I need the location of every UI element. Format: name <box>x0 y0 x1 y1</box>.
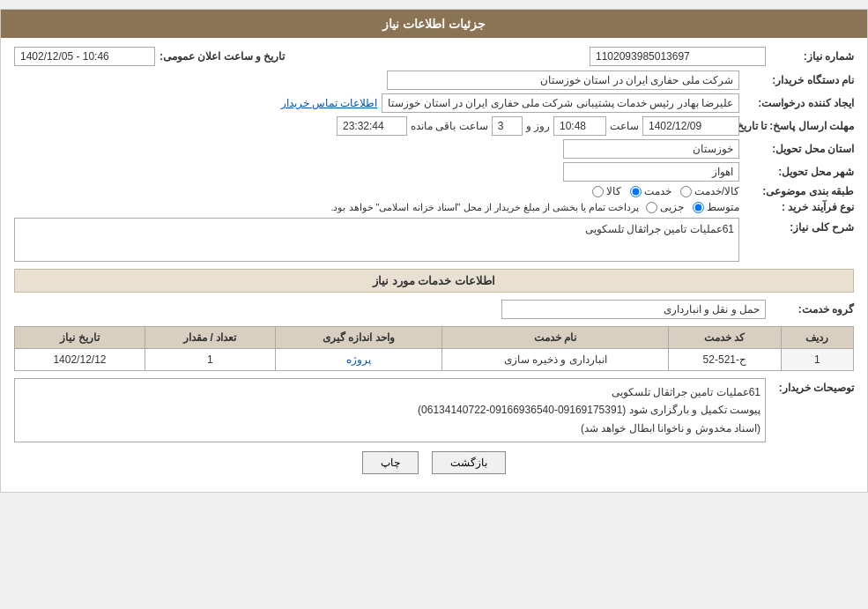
value-rooz: 3 <box>492 116 523 136</box>
radio-khedmat-input[interactable] <box>630 186 642 197</box>
radio-farayand-group: جزیی متوسط <box>646 201 739 213</box>
label-shomare: شماره نیاز: <box>766 50 854 63</box>
label-saat: ساعت <box>610 120 639 132</box>
row-shomare: شماره نیاز: 1102093985013697 تاریخ و ساع… <box>14 47 854 66</box>
tosif-line: پیوست تکمیل و بارگزاری شود (09169175391-… <box>19 401 760 419</box>
farayand-note: پرداخت تمام یا بخشی از مبلغ خریدار از مح… <box>330 202 639 213</box>
row-sharh-koli: شرح کلی نیاز: 61عملیات تامین جراثقال تلس… <box>14 218 854 262</box>
value-ostan: خوزستان <box>563 139 739 159</box>
value-shahr: اهواز <box>563 162 739 182</box>
label-farayand: نوع فرآیند خرید : <box>739 201 854 213</box>
tosif-line: (اسناد مخدوش و ناخوانا ابطال خواهد شد) <box>19 420 760 437</box>
label-grohe-khedmat: گروه خدمت: <box>766 303 854 316</box>
radio-khedmat-label: خدمت <box>644 185 671 197</box>
row-mohlat: مهلت ارسال پاسخ: تا تاریخ: 1402/12/09 سا… <box>14 116 854 136</box>
page-title: جزئیات اطلاعات نیاز <box>382 17 486 31</box>
col-nam: نام خدمت <box>441 327 668 349</box>
value-nam-dastgah: شرکت ملی حفاری ایران در استان خوزستان <box>387 71 739 90</box>
value-tarikh-elaan: 1402/12/05 - 10:46 <box>14 47 155 66</box>
cell-kod: ح-521-52 <box>669 349 781 371</box>
sharh-koli-text: 61عملیات تامین جراثقال تلسکویی <box>585 223 734 235</box>
radio-kala-khedmat-label: کالا/خدمت <box>694 185 739 197</box>
print-button[interactable]: چاپ <box>362 451 419 474</box>
cell-tedad: 1 <box>145 349 275 371</box>
cell-nam: انبارداری و ذخیره سازی <box>441 349 668 371</box>
row-tosif: توصیحات خریدار: 61عملیات تامین جراثقال ت… <box>14 378 854 442</box>
section-khadamat-header: اطلاعات خدمات مورد نیاز <box>14 269 854 293</box>
cell-radif: 1 <box>781 349 854 371</box>
radio-khedmat[interactable]: خدمت <box>630 185 671 197</box>
content-area: شماره نیاز: 1102093985013697 تاریخ و ساع… <box>1 38 867 492</box>
radio-motevaset[interactable]: متوسط <box>693 201 739 213</box>
label-sharh-koli: شرح کلی نیاز: <box>739 218 854 234</box>
cell-tarikh: 1402/12/12 <box>15 349 145 371</box>
radio-motevaset-input[interactable] <box>693 202 704 213</box>
radio-tabaqe-group: کالا خدمت کالا/خدمت <box>592 185 739 197</box>
col-vahed: واحد اندازه گیری <box>275 327 441 349</box>
label-rooz: روز و <box>526 120 550 132</box>
table-row: 1 ح-521-52 انبارداری و ذخیره سازی پروژه … <box>15 349 854 371</box>
services-table: ردیف کد خدمت نام خدمت واحد اندازه گیری ت… <box>14 326 854 371</box>
label-ijad: ایجاد کننده درخواست: <box>739 97 854 109</box>
label-shahr: شهر محل تحویل: <box>739 166 854 178</box>
section-khadamat-title: اطلاعات خدمات مورد نیاز <box>373 274 495 287</box>
tosif-line: 61عملیات تامین جراثقال تلسکویی <box>19 383 760 401</box>
page-header: جزئیات اطلاعات نیاز <box>1 10 867 38</box>
value-baghimande: 23:32:44 <box>337 116 407 136</box>
label-ostan: استان محل تحویل: <box>739 143 854 155</box>
label-tarikh-elaan: تاریخ و ساعت اعلان عمومی: <box>160 50 285 63</box>
label-baghimande: ساعت باقی مانده <box>411 120 488 132</box>
label-mohlat: مهلت ارسال پاسخ: تا تاریخ: <box>739 120 854 132</box>
link-etelaaat-tamas[interactable]: اطلاعات تماس خریدار <box>281 97 378 109</box>
value-saat: 10:48 <box>553 116 606 136</box>
col-tedad: تعداد / مقدار <box>145 327 275 349</box>
radio-kala[interactable]: کالا <box>592 185 621 197</box>
label-tabaqe: طبقه بندی موضوعی: <box>739 185 854 197</box>
row-shahr: شهر محل تحویل: اهواز <box>14 162 854 182</box>
col-kod: کد خدمت <box>669 327 781 349</box>
row-nam-dastgah: نام دستگاه خریدار: شرکت ملی حفاری ایران … <box>14 71 854 90</box>
button-row: بازگشت چاپ <box>14 451 854 474</box>
label-tosif: توصیحات خریدار: <box>766 378 854 394</box>
row-ostan: استان محل تحویل: خوزستان <box>14 139 854 159</box>
row-ijad: ایجاد کننده درخواست: علیرضا بهادر رئیس خ… <box>14 93 854 113</box>
radio-motevaset-label: متوسط <box>707 201 739 213</box>
col-tarikh: تاریخ نیاز <box>15 327 145 349</box>
value-tosif: 61عملیات تامین جراثقال تلسکوییپیوست تکمی… <box>14 378 766 442</box>
radio-jozii-label: جزیی <box>660 201 684 213</box>
radio-kala-label: کالا <box>606 185 621 197</box>
radio-kala-khedmat[interactable]: کالا/خدمت <box>680 185 739 197</box>
value-grohe-khedmat: حمل و نقل و انبارداری <box>501 300 766 319</box>
row-grohe-khedmat: گروه خدمت: حمل و نقل و انبارداری <box>14 300 854 319</box>
value-sharh-koli: 61عملیات تامین جراثقال تلسکویی <box>14 218 739 262</box>
radio-kala-input[interactable] <box>592 186 604 197</box>
cell-vahed: پروژه <box>275 349 441 371</box>
radio-kala-khedmat-input[interactable] <box>680 186 692 197</box>
value-tarikh: 1402/12/09 <box>642 116 739 136</box>
row-farayand: نوع فرآیند خرید : جزیی متوسط پرداخت تمام… <box>14 201 854 213</box>
radio-jozii-input[interactable] <box>646 202 657 213</box>
radio-jozii[interactable]: جزیی <box>646 201 684 213</box>
col-radif: ردیف <box>781 327 854 349</box>
label-nam-dastgah: نام دستگاه خریدار: <box>739 74 854 86</box>
row-tabaqe: طبقه بندی موضوعی: کالا خدمت کالا/خدمت <box>14 185 854 197</box>
value-shomare: 1102093985013697 <box>590 47 766 66</box>
page-wrapper: جزئیات اطلاعات نیاز شماره نیاز: 11020939… <box>0 9 868 493</box>
value-ijad: علیرضا بهادر رئیس خدمات پشتیبانی شرکت مل… <box>382 93 739 113</box>
back-button[interactable]: بازگشت <box>432 451 506 474</box>
